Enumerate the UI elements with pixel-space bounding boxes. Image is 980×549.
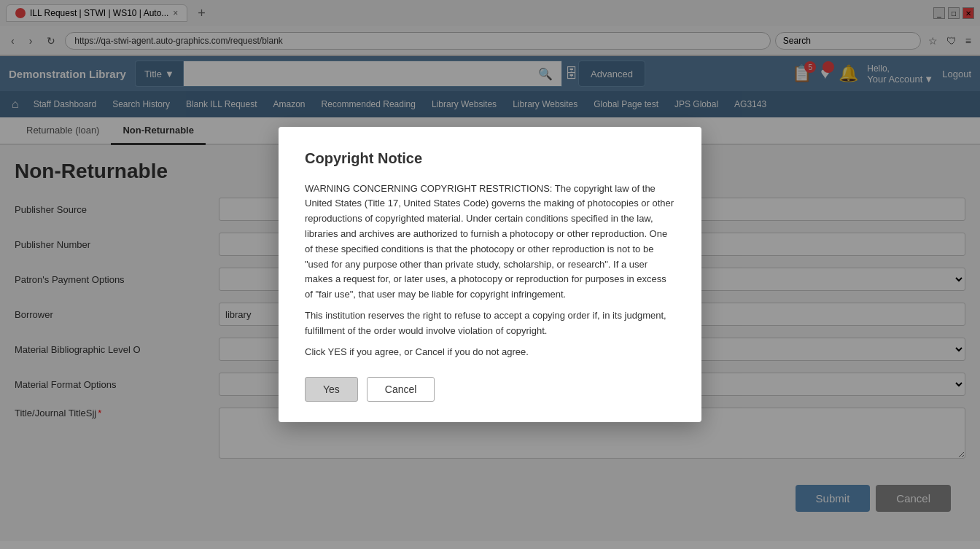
copyright-dialog: Copyright Notice WARNING CONCERNING COPY… xyxy=(279,127,701,423)
dialog-actions: Yes Cancel xyxy=(305,377,675,402)
dialog-cancel-button[interactable]: Cancel xyxy=(367,377,435,402)
dialog-paragraph-1: WARNING CONCERNING COPYRIGHT RESTRICTION… xyxy=(305,182,675,303)
dialog-paragraph-3: Click YES if you agree, or Cancel if you… xyxy=(305,345,675,360)
yes-button[interactable]: Yes xyxy=(305,377,358,402)
dialog-body: WARNING CONCERNING COPYRIGHT RESTRICTION… xyxy=(305,182,675,360)
modal-overlay: Copyright Notice WARNING CONCERNING COPY… xyxy=(0,0,980,549)
dialog-title: Copyright Notice xyxy=(305,150,675,167)
dialog-paragraph-2: This institution reserves the right to r… xyxy=(305,308,675,339)
